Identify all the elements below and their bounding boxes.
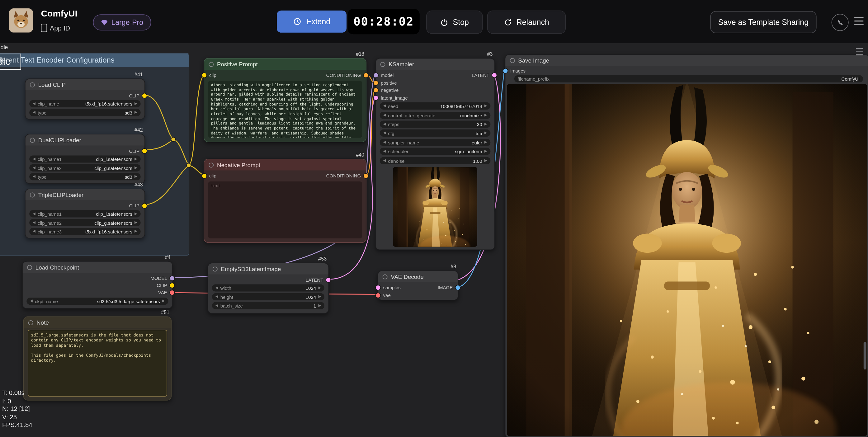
latent-output-pin[interactable]: [326, 277, 331, 283]
latent-output-pin[interactable]: [492, 72, 497, 78]
note-textarea[interactable]: sd3.5_large.safetensors is the file that…: [28, 330, 167, 397]
collapse-dot[interactable]: [30, 137, 35, 143]
stepper-right-icon[interactable]: ▶: [162, 300, 165, 303]
image-input-pin[interactable]: [502, 68, 508, 74]
vertical-scrollbar[interactable]: [864, 342, 866, 370]
widget-cfg[interactable]: ◀ cfg 5.5 ▶: [380, 129, 491, 137]
stepper-left-icon[interactable]: ◀: [215, 304, 218, 308]
stepper-left-icon[interactable]: ◀: [33, 166, 35, 170]
widget-type[interactable]: ◀ type sd3 ▶: [29, 109, 141, 116]
stepper-left-icon[interactable]: ◀: [33, 157, 35, 161]
node-header[interactable]: VAE Decode: [378, 271, 458, 282]
node-header[interactable]: Positive Prompt: [204, 59, 366, 70]
stepper-right-icon[interactable]: ▶: [134, 111, 137, 115]
widget-ckpt-name[interactable]: ◀ ckpt_name sd3.5/sd3.5_large.safetensor…: [27, 298, 168, 305]
clip-output-pin[interactable]: [142, 148, 147, 154]
widget-filename-prefix[interactable]: filename_prefix ComfyUI: [514, 75, 863, 83]
collapse-dot[interactable]: [209, 162, 214, 167]
stepper-right-icon[interactable]: ▶: [134, 221, 137, 225]
stepper-left-icon[interactable]: ◀: [383, 104, 386, 108]
node-header[interactable]: Save Image: [505, 55, 868, 66]
node-vae-decode[interactable]: #8 VAE Decode samples vae IMAGE: [378, 271, 459, 300]
vae-output-pin[interactable]: [169, 290, 175, 295]
node-ksampler[interactable]: #3 KSampler model positive negative late…: [375, 58, 495, 250]
collapse-dot[interactable]: [213, 267, 218, 272]
stepper-right-icon[interactable]: ▶: [485, 122, 487, 126]
widget-sampler-name[interactable]: ◀ sampler_name euler ▶: [380, 139, 491, 146]
node-triple-clip-loader[interactable]: #43 TripleCLIPLoader CLIP ◀ clip_name1 c…: [25, 189, 145, 239]
menu-icon[interactable]: [854, 17, 864, 25]
widget-seed[interactable]: ◀ seed 1000819857167014 ▶: [380, 102, 491, 110]
node-header[interactable]: Load CLIP: [26, 79, 145, 90]
latent-input-pin[interactable]: [375, 285, 381, 290]
stepper-right-icon[interactable]: ▶: [485, 149, 487, 153]
node-header[interactable]: Note: [24, 317, 171, 328]
link-conditioning-negative[interactable]: [366, 90, 375, 175]
widget-clip-name2[interactable]: ◀ clip_name2 clip_g.safetensors ▶: [29, 219, 141, 226]
stepper-right-icon[interactable]: ▶: [485, 114, 487, 117]
clip-output-pin[interactable]: [142, 203, 147, 209]
positive-input-pin[interactable]: [373, 80, 379, 86]
node-save-image[interactable]: Save Image images filename_prefix ComfyU…: [505, 54, 868, 437]
stepper-left-icon[interactable]: ◀: [33, 221, 35, 225]
stepper-left-icon[interactable]: ◀: [33, 102, 35, 105]
widget-height[interactable]: ◀ height 1024 ▶: [212, 293, 324, 300]
widget-control-after-generate[interactable]: ◀ control_after_generate randomize ▶: [380, 112, 491, 119]
stepper-left-icon[interactable]: ◀: [33, 175, 35, 179]
latent-input-pin[interactable]: [373, 95, 379, 101]
prompt-textarea-placeholder[interactable]: text: [208, 182, 362, 239]
stepper-right-icon[interactable]: ▶: [134, 157, 137, 161]
widget-batch-size[interactable]: ◀ batch_size 1 ▶: [212, 302, 324, 309]
stepper-left-icon[interactable]: ◀: [33, 212, 35, 216]
widget-clip-name1[interactable]: ◀ clip_name1 clip_l.safetensors ▶: [29, 210, 141, 217]
stepper-right-icon[interactable]: ▶: [318, 286, 321, 290]
stepper-right-icon[interactable]: ▶: [485, 141, 487, 145]
node-note[interactable]: #51 Note sd3.5_large.safetensors is the …: [23, 316, 172, 401]
node-negative-prompt[interactable]: #40 Negative Prompt clip CONDITIONING te…: [204, 159, 367, 243]
contact-phone-button[interactable]: [832, 14, 849, 31]
stepper-left-icon[interactable]: ◀: [383, 141, 386, 145]
prompt-textarea[interactable]: Athena, standing with magnificence in a …: [208, 81, 362, 137]
stepper-right-icon[interactable]: ▶: [485, 104, 487, 108]
clip-input-pin[interactable]: [202, 72, 207, 78]
node-load-checkpoint[interactable]: #4 Load Checkpoint MODEL CLIP VAE ◀ ckpt…: [22, 261, 173, 309]
node-empty-sd3-latent-image[interactable]: #53 EmptySD3LatentImage LATENT ◀ width 1…: [208, 263, 329, 314]
node-header[interactable]: Negative Prompt: [204, 159, 366, 170]
stepper-left-icon[interactable]: ◀: [30, 300, 33, 303]
collapse-dot[interactable]: [209, 62, 214, 67]
collapse-dot[interactable]: [30, 192, 35, 197]
stepper-right-icon[interactable]: ▶: [134, 175, 137, 179]
collapse-dot[interactable]: [510, 58, 515, 63]
stepper-right-icon[interactable]: ▶: [485, 159, 487, 163]
save-as-template-button[interactable]: Save as Template Sharing: [710, 11, 816, 33]
image-output-pin[interactable]: [455, 285, 461, 290]
stepper-left-icon[interactable]: ◀: [33, 230, 35, 233]
widget-clip-name3[interactable]: ◀ clip_name3 t5xxl_fp16.safetensors ▶: [29, 228, 141, 235]
widget-scheduler[interactable]: ◀ scheduler sgm_uniform ▶: [380, 148, 491, 155]
collapse-dot[interactable]: [27, 264, 32, 270]
stepper-left-icon[interactable]: ◀: [383, 131, 386, 135]
stepper-left-icon[interactable]: ◀: [383, 159, 386, 163]
stepper-right-icon[interactable]: ▶: [318, 304, 321, 308]
node-header[interactable]: DualCLIPLoader: [26, 134, 145, 146]
widget-steps[interactable]: ◀ steps 30 ▶: [380, 121, 491, 128]
canvas-menu-icon[interactable]: [856, 48, 863, 55]
vae-input-pin[interactable]: [375, 292, 381, 298]
widget-clip-name2[interactable]: ◀ clip_name2 clip_g.safetensors ▶: [29, 164, 141, 171]
relaunch-button[interactable]: Relaunch: [487, 10, 566, 34]
widget-type[interactable]: ◀ type sd3 ▶: [29, 173, 141, 180]
node-dual-clip-loader[interactable]: #42 DualCLIPLoader CLIP ◀ clip_name1 cli…: [25, 134, 145, 184]
widget-denoise[interactable]: ◀ denoise 1.00 ▶: [380, 157, 491, 164]
stepper-right-icon[interactable]: ▶: [134, 102, 137, 105]
stepper-right-icon[interactable]: ▶: [134, 212, 137, 216]
node-header[interactable]: Load Checkpoint: [23, 262, 172, 273]
link-clip-positive[interactable]: [189, 75, 204, 165]
stepper-left-icon[interactable]: ◀: [383, 149, 386, 153]
collapse-dot[interactable]: [380, 62, 385, 67]
stepper-left-icon[interactable]: ◀: [383, 122, 386, 126]
collapse-dot[interactable]: [383, 274, 388, 279]
model-input-pin[interactable]: [373, 72, 379, 78]
stepper-left-icon[interactable]: ◀: [383, 114, 386, 117]
collapse-dot[interactable]: [30, 82, 35, 87]
app-id[interactable]: App ID: [41, 24, 70, 32]
